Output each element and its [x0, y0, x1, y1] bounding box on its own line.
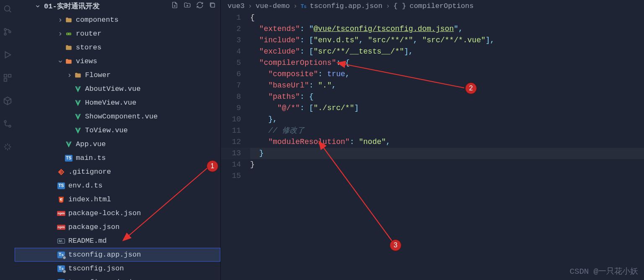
annotation-badge-2: 2: [465, 82, 477, 94]
svg-line-21: [323, 146, 392, 241]
annotation-badge-1: 1: [207, 160, 218, 172]
annotation-badge-3: 3: [390, 239, 401, 251]
svg-line-19: [128, 166, 209, 236]
svg-line-20: [344, 64, 464, 88]
annotation-overlay: [0, 0, 644, 280]
watermark: CSDN @一只花小妖: [570, 266, 638, 277]
